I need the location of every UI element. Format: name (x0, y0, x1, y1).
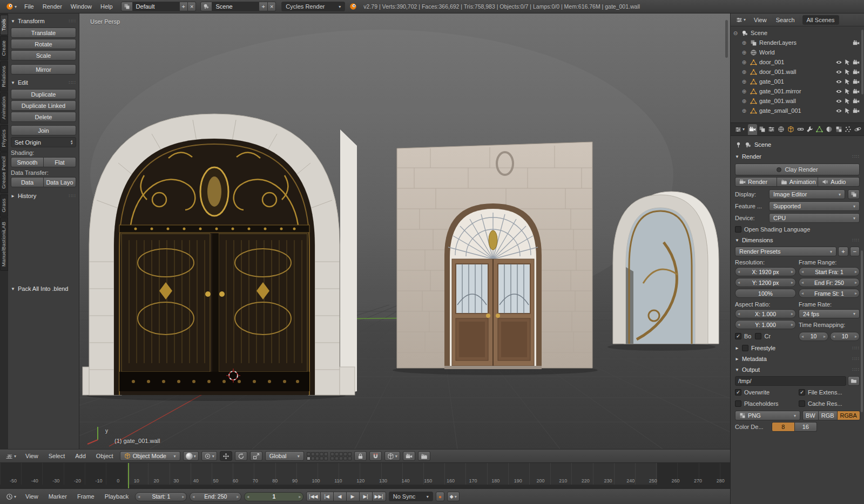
display-dropdown[interactable]: Image Editor▾ (769, 189, 845, 199)
menu-marker[interactable]: Marker (45, 493, 71, 500)
outliner-row-world[interactable]: ⊕ World (732, 47, 863, 57)
outliner-item-label[interactable]: gate_001 (759, 78, 784, 85)
sync-dropdown[interactable]: No Sync▾ (389, 492, 433, 501)
freestyle-section-header[interactable]: ► ✓ Freestyle ∷∷ (735, 343, 860, 353)
remap-old-field[interactable]: ◂10▸ (799, 332, 828, 341)
color-mode-rgba-button[interactable]: RGBA (838, 411, 860, 420)
restrict-render-icon[interactable] (853, 39, 860, 46)
timeline-playhead[interactable] (128, 463, 129, 488)
viewport-scrollbar[interactable] (725, 20, 728, 58)
expand-icon[interactable]: ⊕ (740, 88, 748, 94)
tab-modifiers[interactable] (806, 124, 815, 135)
increment-arrow-icon[interactable]: ▸ (791, 280, 793, 285)
auto-keyframe-button[interactable]: ● (436, 492, 444, 501)
layer-toggle[interactable] (343, 452, 347, 456)
color-mode-rgb-button[interactable]: RGB (819, 411, 838, 420)
collapse-icon[interactable]: ⊖ (732, 30, 739, 36)
screen-layout-add-button[interactable]: + (179, 2, 188, 11)
current-frame-field[interactable]: ◂1▸ (244, 492, 303, 501)
frame-end-field[interactable]: ◂End Fr: 250▸ (799, 278, 860, 287)
outliner-item-label[interactable]: gate_small_001 (759, 107, 801, 114)
output-path-field[interactable]: /tmp/ (735, 376, 846, 386)
snap-toggle-button[interactable] (369, 451, 382, 461)
frame-start-field[interactable]: ◂Start: 1▸ (135, 492, 187, 501)
scale-button[interactable]: Scale (11, 50, 76, 60)
outliner-row-object[interactable]: ⊕ door_001 (732, 57, 863, 67)
timeline-ruler[interactable]: -50-40-30-20-100102030405060708090100110… (0, 463, 730, 489)
screen-layout-close-button[interactable]: × (188, 2, 196, 11)
expand-icon[interactable]: ⊕ (740, 108, 748, 114)
decrement-arrow-icon[interactable]: ◂ (738, 280, 740, 285)
increment-arrow-icon[interactable]: ▸ (182, 494, 184, 499)
frame-rate-dropdown[interactable]: 24 fps▾ (799, 309, 860, 318)
outliner-row-scene[interactable]: ⊖ Scene (732, 28, 863, 38)
duplicate-linked-button[interactable]: Duplicate Linked (11, 100, 76, 111)
editor-type-button[interactable]: ▾ (732, 125, 747, 134)
edit-panel-header[interactable]: ▼ Edit ∷∷ (11, 77, 76, 88)
layer-toggle[interactable] (315, 452, 319, 456)
restrict-select-icon[interactable] (844, 88, 851, 95)
expand-icon[interactable]: ⊕ (740, 59, 748, 65)
menu-frame[interactable]: Frame (73, 493, 98, 500)
outliner-row-object[interactable]: ⊕ gate_001 (732, 77, 863, 86)
outliner-item-label[interactable]: Scene (751, 30, 767, 36)
panel-grip-icon[interactable]: ∷∷ (853, 154, 860, 159)
expand-icon[interactable]: ⊕ (740, 79, 748, 85)
mirror-button[interactable]: Mirror (11, 64, 76, 74)
snap-element-dropdown[interactable]: ▾ (384, 451, 400, 461)
layer-toggle[interactable] (320, 452, 323, 456)
browse-folder-button[interactable] (848, 376, 860, 386)
restrict-render-icon[interactable] (853, 107, 860, 114)
panel-grip-icon[interactable]: ∷∷ (69, 80, 76, 85)
restrict-render-icon[interactable] (853, 88, 860, 95)
panel-grip-icon[interactable]: ∷∷ (853, 237, 860, 243)
editor-type-button[interactable]: ▾ (3, 492, 19, 501)
file-extensions-checkbox[interactable]: ✓ (799, 389, 805, 396)
outliner-item-label[interactable]: door_001 (759, 59, 785, 65)
layer-toggle[interactable] (348, 457, 352, 460)
panel-grip-icon[interactable]: ∷∷ (853, 356, 860, 362)
next-keyframe-button[interactable]: ▶| (360, 492, 373, 501)
data-layout-button[interactable]: Data Layo (44, 177, 76, 187)
restrict-select-icon[interactable] (844, 107, 851, 114)
scene-name[interactable]: Scene (212, 2, 259, 11)
layer-toggle[interactable] (330, 457, 334, 460)
tab-constraints[interactable] (796, 124, 805, 135)
door-wall-model[interactable] (393, 142, 598, 375)
menu-file[interactable]: File (21, 3, 38, 10)
increment-arrow-icon[interactable]: ▸ (791, 269, 793, 274)
outliner-row-object[interactable]: ⊕ door_001.wall (732, 67, 863, 77)
outliner-row-object[interactable]: ⊕ gate_001.mirror (732, 86, 863, 96)
decrement-arrow-icon[interactable]: ◂ (738, 269, 740, 274)
tab-animation[interactable]: Animation (0, 92, 8, 124)
tab-texture[interactable] (834, 124, 843, 135)
dimensions-section-header[interactable]: ▼ Dimensions ∷∷ (735, 235, 860, 246)
remap-new-field[interactable]: ◂10▸ (830, 332, 860, 341)
layer-toggle[interactable] (335, 452, 339, 456)
panel-grip-icon[interactable]: ∷∷ (69, 18, 76, 24)
osl-checkbox[interactable]: ✓ (735, 226, 741, 233)
flat-button[interactable]: Flat (44, 157, 76, 167)
menu-playback[interactable]: Playback (101, 493, 133, 500)
tab-material[interactable] (825, 124, 834, 135)
layer-toggle[interactable] (348, 452, 352, 456)
restrict-view-icon[interactable] (835, 69, 842, 76)
tab-render-layers[interactable] (758, 124, 767, 135)
tab-object-data[interactable] (815, 124, 824, 135)
manipulator-translate-button[interactable] (220, 451, 232, 461)
transform-panel-header[interactable]: ▼ Transform ∷∷ (11, 16, 76, 26)
play-button[interactable]: ▶ (347, 492, 360, 501)
outliner-scrollbar[interactable] (861, 30, 863, 94)
feature-set-dropdown[interactable]: Supported▾ (769, 201, 860, 211)
preset-add-button[interactable]: + (838, 247, 848, 256)
editor-type-button[interactable]: ▾ (733, 15, 748, 25)
panel-grip-icon[interactable]: ∷∷ (853, 367, 860, 372)
editor-type-button[interactable]: ▾ (3, 451, 19, 461)
3d-viewport[interactable]: User Persp y (1) gate_001.wall (79, 13, 730, 449)
menu-view[interactable]: View (750, 17, 771, 23)
menu-window[interactable]: Window (67, 3, 96, 10)
increment-arrow-icon[interactable]: ▸ (791, 311, 793, 316)
scene-browse-button[interactable] (200, 2, 212, 11)
increment-arrow-icon[interactable]: ▸ (237, 494, 239, 499)
frame-step-field[interactable]: ◂Frame St: 1▸ (799, 289, 860, 298)
